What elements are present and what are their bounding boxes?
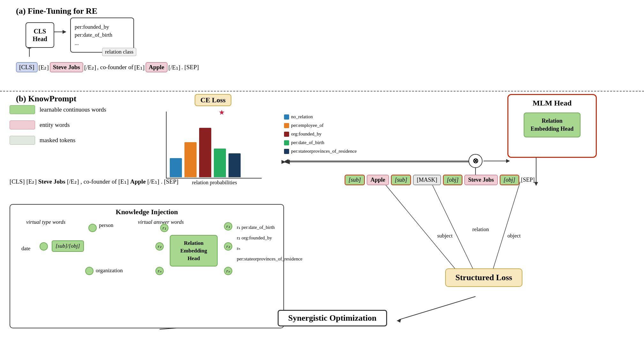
- legend-color-green: [10, 105, 35, 114]
- relation-3: ...: [75, 39, 79, 47]
- ce-loss-box: CE Loss: [195, 94, 231, 106]
- color-employee: [284, 123, 289, 128]
- legend-item-green: learnable continuous words: [10, 105, 106, 114]
- token-row-b-left: [CLS] [E₂] Steve Jobs [/E₂] , co-founder…: [10, 178, 178, 185]
- svg-marker-11: [506, 159, 510, 163]
- svg-marker-13: [534, 182, 538, 186]
- svg-marker-3: [63, 30, 66, 34]
- comma-b: , co-founder of: [80, 178, 116, 185]
- apple-token-b: Apple: [367, 175, 389, 185]
- relation-class-label: relation class: [102, 48, 136, 56]
- organization-label: organization: [96, 267, 123, 274]
- svg-line-14: [383, 182, 460, 274]
- e1-open-b: [E₁]: [118, 178, 129, 185]
- e1-close-a: [/E₁]: [168, 64, 181, 71]
- chart-legend: no_relation per:employee_of org:founded_…: [284, 113, 357, 156]
- mlm-head-title: MLM Head: [533, 99, 572, 107]
- knowledge-injection-box: Knowledge Injection virtual type words v…: [10, 204, 284, 328]
- section-a: (a) Fine-Tuning for RE CLSHead per:found…: [16, 6, 303, 21]
- legend-no-relation: no_relation: [284, 113, 357, 121]
- obj-token-1: [obj]: [443, 175, 462, 185]
- svg-line-18: [491, 182, 520, 274]
- e1-open-a: [E₁]: [134, 64, 145, 71]
- relation-1: per:founded_by: [75, 23, 109, 31]
- apple-b: Apple: [130, 178, 146, 185]
- token-row-b-right: [sub] Apple [sub] [MASK] [obj] Steve Job…: [345, 175, 535, 185]
- bar-state: [228, 153, 241, 177]
- relation-2: per:date_of_birth: [75, 31, 112, 39]
- rel-item-n: rₙ per:stateorprovinces_of_residence: [237, 243, 303, 264]
- legend-text-pink: entity words: [40, 121, 70, 128]
- rel-item-2: r₂ org:founded_by: [237, 233, 303, 243]
- cls-head-text: CLSHead: [33, 27, 47, 43]
- date-node-circle: [40, 242, 48, 251]
- steve-jobs-b: Steve Jobs: [38, 178, 65, 185]
- person-node: [88, 224, 97, 232]
- sub-token-2: [sub]: [391, 175, 411, 185]
- cls-b: [CLS]: [10, 178, 25, 185]
- knowledge-injection-title: Knowledge Injection: [10, 205, 283, 216]
- legend-item-pink: entity words: [10, 120, 106, 129]
- svg-line-16: [431, 182, 476, 274]
- mlm-head-box: MLM Head RelationEmbedding Head: [507, 94, 597, 158]
- dashed-separator: [0, 91, 644, 91]
- color-state: [284, 149, 289, 154]
- legend-text-green: learnable continuous words: [40, 106, 106, 113]
- virtual-type-label: virtual type words: [26, 219, 65, 225]
- color-org-founded: [284, 132, 289, 137]
- e2-close: [/E₂]: [84, 64, 96, 71]
- comma-text-a: , co-founder of: [97, 64, 133, 71]
- bar-date-birth: [214, 149, 226, 177]
- svg-marker-7: [281, 160, 286, 164]
- label-no-relation: no_relation: [291, 113, 313, 121]
- legend-date-birth: per:date_of_birth: [284, 138, 357, 147]
- e2-close-b: [/E₂]: [67, 178, 79, 185]
- svg-line-22: [399, 296, 476, 320]
- legend-color-pink: [10, 120, 35, 129]
- rel-item-1: r₁ per:date_of_birth: [237, 222, 303, 233]
- label-state: per:stateorprovinces_of_residence: [291, 147, 357, 156]
- legend-org-founded: org:founded_by: [284, 130, 357, 138]
- rn-right-node: rₙ: [224, 267, 232, 275]
- person-label: person: [99, 222, 113, 229]
- e2-open: [E₂]: [39, 64, 49, 71]
- sep-b-right: [SEP]: [521, 177, 535, 183]
- e1-close-b: [/E₁]: [147, 178, 160, 185]
- svg-marker-23: [397, 319, 401, 323]
- rel-embed-head-ki: RelationEmbedding Head: [170, 235, 218, 266]
- bar-chart: relation probabilities: [166, 112, 262, 179]
- stevejobs-token-b: Steve Jobs: [464, 175, 498, 185]
- virtual-answer-label: virtual answer words: [138, 219, 184, 225]
- bar-no-relation: [170, 158, 182, 177]
- legend-item-gray: masked tokens: [10, 136, 106, 145]
- synergistic-optimization-box: Synergistic Optimization: [278, 310, 387, 326]
- relation-embedding-head: RelationEmbedding Head: [524, 113, 581, 137]
- tensor-product: ⊗: [468, 154, 483, 168]
- subobj-box: [sub]/[obj]: [52, 240, 84, 252]
- subject-label: subject: [437, 233, 453, 239]
- section-b-label: (b) KnowPrompt: [16, 94, 76, 104]
- bar-chart-area: CE Loss ★ relation probabilities: [166, 94, 278, 190]
- steve-jobs-token-a: Steve Jobs: [50, 62, 83, 72]
- obj-token-2: [obj]: [500, 175, 519, 185]
- label-org-founded: org:founded_by: [291, 130, 322, 138]
- object-label: object: [507, 233, 521, 239]
- sub-token-1: [sub]: [345, 175, 365, 185]
- relation-label: relation: [472, 226, 489, 233]
- legend: learnable continuous words entity words …: [10, 105, 106, 145]
- relation-class-box: per:founded_by per:date_of_birth ...: [70, 18, 134, 53]
- r2-node: r₂: [155, 242, 164, 251]
- svg-marker-9: [285, 159, 288, 163]
- legend-employee: per:employee_of: [284, 121, 357, 130]
- sep-b: . [SEP]: [161, 178, 178, 185]
- token-row-a: [CLS] [E₂] Steve Jobs [/E₂] , co-founder…: [16, 62, 199, 72]
- relation-list: r₁ per:date_of_birth r₂ org:founded_by r…: [237, 222, 303, 264]
- structured-loss-box: Structured Loss: [445, 268, 522, 287]
- e2-open-b: [E₂]: [26, 178, 37, 185]
- rn-node: rₙ: [155, 267, 164, 275]
- color-date-birth: [284, 140, 289, 145]
- organization-node: [85, 267, 94, 275]
- label-date-birth: per:date_of_birth: [291, 138, 324, 147]
- bar-founded: [199, 128, 211, 177]
- cls-head-box: CLSHead: [26, 22, 54, 48]
